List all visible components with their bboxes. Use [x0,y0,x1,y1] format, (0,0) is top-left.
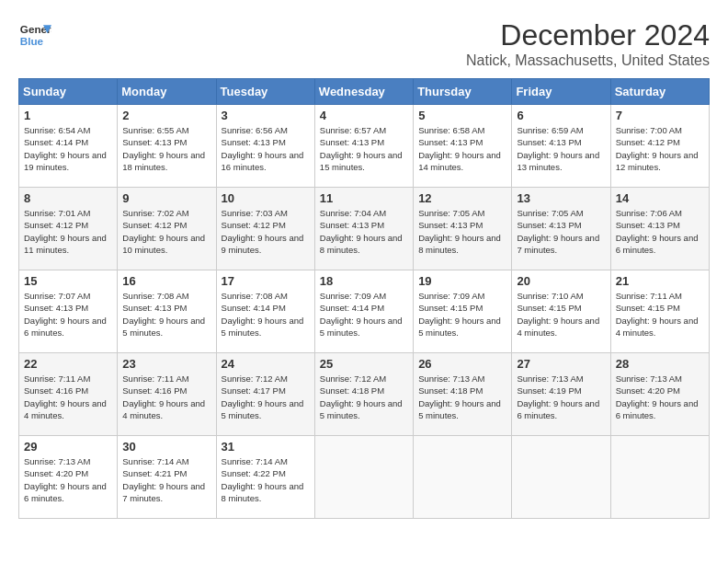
calendar-title: December 2024 [466,18,710,52]
col-sunday: Sunday [19,79,118,105]
title-area: December 2024 Natick, Massachusetts, Uni… [466,18,710,69]
table-row [610,436,709,519]
table-row: 22Sunrise: 7:11 AMSunset: 4:16 PMDayligh… [19,353,118,436]
col-monday: Monday [118,79,216,105]
table-row: 20Sunrise: 7:10 AMSunset: 4:15 PMDayligh… [512,270,610,353]
header-row: Sunday Monday Tuesday Wednesday Thursday… [19,79,710,105]
col-saturday: Saturday [610,79,709,105]
table-row: 12Sunrise: 7:05 AMSunset: 4:13 PMDayligh… [414,188,512,270]
table-row: 7Sunrise: 7:00 AMSunset: 4:12 PMDaylight… [610,105,709,188]
table-row: 9Sunrise: 7:02 AMSunset: 4:12 PMDaylight… [118,188,216,270]
table-row: 8Sunrise: 7:01 AMSunset: 4:12 PMDaylight… [19,188,118,270]
logo: General Blue [18,18,51,52]
table-row: 25Sunrise: 7:12 AMSunset: 4:18 PMDayligh… [314,353,413,436]
table-row [414,436,512,519]
table-row: 5Sunrise: 6:58 AMSunset: 4:13 PMDaylight… [414,105,512,188]
table-row: 26Sunrise: 7:13 AMSunset: 4:18 PMDayligh… [414,353,512,436]
table-row: 16Sunrise: 7:08 AMSunset: 4:13 PMDayligh… [118,270,216,353]
table-row: 31Sunrise: 7:14 AMSunset: 4:22 PMDayligh… [216,436,314,519]
table-row: 11Sunrise: 7:04 AMSunset: 4:13 PMDayligh… [314,188,413,270]
logo-icon: General Blue [18,18,51,52]
table-row: 14Sunrise: 7:06 AMSunset: 4:13 PMDayligh… [610,188,709,270]
col-tuesday: Tuesday [216,79,314,105]
table-row: 10Sunrise: 7:03 AMSunset: 4:12 PMDayligh… [216,188,314,270]
col-thursday: Thursday [414,79,512,105]
table-row: 28Sunrise: 7:13 AMSunset: 4:20 PMDayligh… [610,353,709,436]
table-row: 30Sunrise: 7:14 AMSunset: 4:21 PMDayligh… [118,436,216,519]
calendar-subtitle: Natick, Massachusetts, United States [466,52,710,69]
table-row: 23Sunrise: 7:11 AMSunset: 4:16 PMDayligh… [118,353,216,436]
table-row: 17Sunrise: 7:08 AMSunset: 4:14 PMDayligh… [216,270,314,353]
col-wednesday: Wednesday [314,79,413,105]
table-row: 2Sunrise: 6:55 AMSunset: 4:13 PMDaylight… [118,105,216,188]
table-row: 13Sunrise: 7:05 AMSunset: 4:13 PMDayligh… [512,188,610,270]
table-row [314,436,413,519]
table-row: 3Sunrise: 6:56 AMSunset: 4:13 PMDaylight… [216,105,314,188]
header: General Blue December 2024 Natick, Massa… [18,18,710,69]
table-row [512,436,610,519]
table-row: 6Sunrise: 6:59 AMSunset: 4:13 PMDaylight… [512,105,610,188]
svg-text:Blue: Blue [20,35,44,47]
table-row: 18Sunrise: 7:09 AMSunset: 4:14 PMDayligh… [314,270,413,353]
table-row: 1Sunrise: 6:54 AMSunset: 4:14 PMDaylight… [19,105,118,188]
table-row: 15Sunrise: 7:07 AMSunset: 4:13 PMDayligh… [19,270,118,353]
table-row: 19Sunrise: 7:09 AMSunset: 4:15 PMDayligh… [414,270,512,353]
table-row: 24Sunrise: 7:12 AMSunset: 4:17 PMDayligh… [216,353,314,436]
table-row: 29Sunrise: 7:13 AMSunset: 4:20 PMDayligh… [19,436,118,519]
table-row: 4Sunrise: 6:57 AMSunset: 4:13 PMDaylight… [314,105,413,188]
calendar-table: Sunday Monday Tuesday Wednesday Thursday… [18,78,710,519]
table-row: 21Sunrise: 7:11 AMSunset: 4:15 PMDayligh… [610,270,709,353]
col-friday: Friday [512,79,610,105]
table-row: 27Sunrise: 7:13 AMSunset: 4:19 PMDayligh… [512,353,610,436]
